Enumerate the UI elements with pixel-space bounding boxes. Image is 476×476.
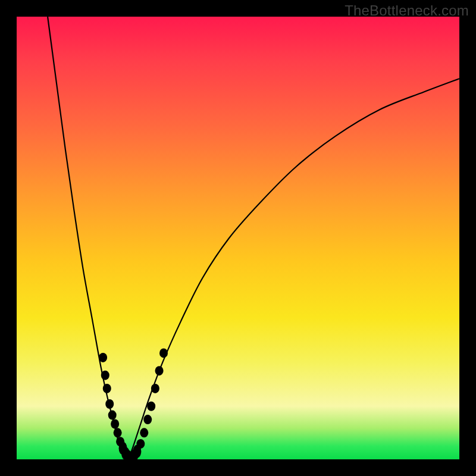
right-branch-line	[127, 79, 459, 459]
left-branch-line	[48, 17, 127, 459]
sample-marker	[151, 384, 159, 393]
sample-marker	[136, 439, 145, 449]
sample-marker	[155, 366, 164, 375]
sample-marker	[108, 411, 117, 420]
sample-marker	[140, 428, 148, 437]
sample-marker	[99, 353, 107, 362]
sample-marker	[143, 415, 152, 424]
sample-marker	[114, 428, 122, 437]
curve-svg	[17, 17, 459, 459]
sample-marker	[111, 419, 119, 428]
sample-marker	[147, 402, 155, 411]
sample-marker	[159, 348, 168, 358]
outer-frame: TheBottleneck.com	[0, 0, 476, 476]
sample-marker	[101, 371, 109, 380]
sample-marker	[105, 399, 114, 409]
plot-area	[17, 17, 459, 459]
curve-lines	[48, 17, 459, 459]
sample-marker	[103, 384, 111, 393]
